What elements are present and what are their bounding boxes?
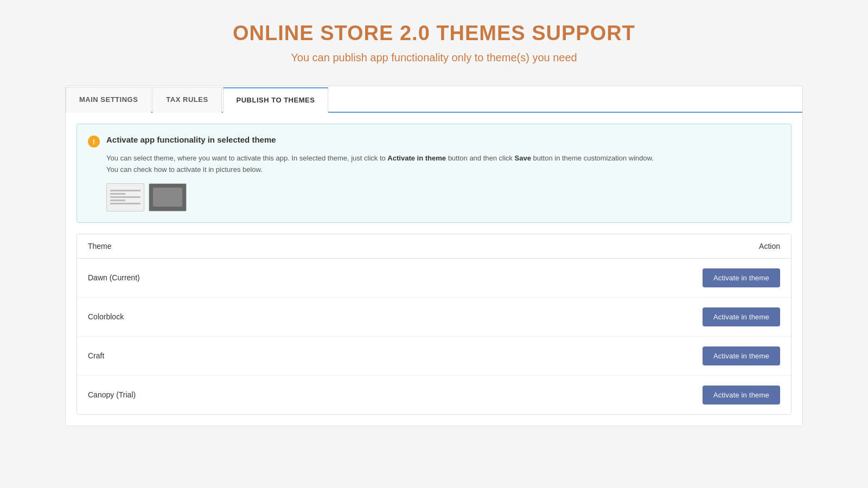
theme-name-colorblock: Colorblock: [88, 312, 124, 321]
thumb-line-5: [110, 203, 141, 204]
activate-button-colorblock[interactable]: Activate in theme: [703, 307, 780, 326]
table-row: Dawn (Current) Activate in theme: [77, 259, 791, 298]
tab-main-settings[interactable]: MAIN SETTINGS: [66, 87, 151, 113]
thumb-2-inner: [153, 188, 182, 207]
table-row: Craft Activate in theme: [77, 337, 791, 376]
info-text-line2: You can check how to activate it in pict…: [106, 165, 263, 174]
theme-name-dawn: Dawn (Current): [88, 273, 140, 282]
tab-tax-rules[interactable]: TAX RULES: [152, 87, 221, 113]
content-area: ! Activate app functionality in selected…: [66, 113, 802, 426]
thumbnails: [106, 183, 780, 211]
thumb-line-4: [110, 200, 125, 201]
thumb-line-3: [110, 196, 141, 198]
activate-button-dawn[interactable]: Activate in theme: [703, 268, 780, 287]
activate-button-craft[interactable]: Activate in theme: [703, 346, 780, 365]
themes-table: Theme Action Dawn (Current) Activate in …: [76, 234, 792, 415]
tabs-bar: MAIN SETTINGS TAX RULES PUBLISH TO THEME…: [66, 86, 802, 113]
info-box-title: Activate app functionality in selected t…: [106, 135, 276, 144]
col-theme-label: Theme: [88, 242, 112, 251]
table-row: Canopy (Trial) Activate in theme: [77, 376, 791, 414]
thumbnail-1: [106, 183, 144, 211]
theme-name-craft: Craft: [88, 351, 104, 360]
table-row: Colorblock Activate in theme: [77, 298, 791, 337]
main-card: MAIN SETTINGS TAX RULES PUBLISH TO THEME…: [65, 86, 803, 426]
info-icon: !: [88, 136, 100, 147]
info-box-description: You can select theme, where you want to …: [106, 153, 780, 176]
thumb-line-2: [110, 193, 125, 195]
thumbnail-2: [149, 183, 187, 211]
page-title: ONLINE STORE 2.0 THEMES SUPPORT: [65, 22, 803, 45]
col-action-label: Action: [759, 242, 780, 251]
thumb-line-1: [110, 190, 141, 191]
activate-button-canopy[interactable]: Activate in theme: [703, 386, 780, 404]
theme-name-canopy: Canopy (Trial): [88, 390, 136, 399]
table-header: Theme Action: [77, 234, 791, 259]
info-text-line1: You can select theme, where you want to …: [106, 154, 654, 162]
info-box: ! Activate app functionality in selected…: [76, 124, 792, 223]
page-subtitle: You can publish app functionality only t…: [65, 52, 803, 64]
tab-publish-to-themes[interactable]: PUBLISH TO THEMES: [223, 87, 329, 113]
